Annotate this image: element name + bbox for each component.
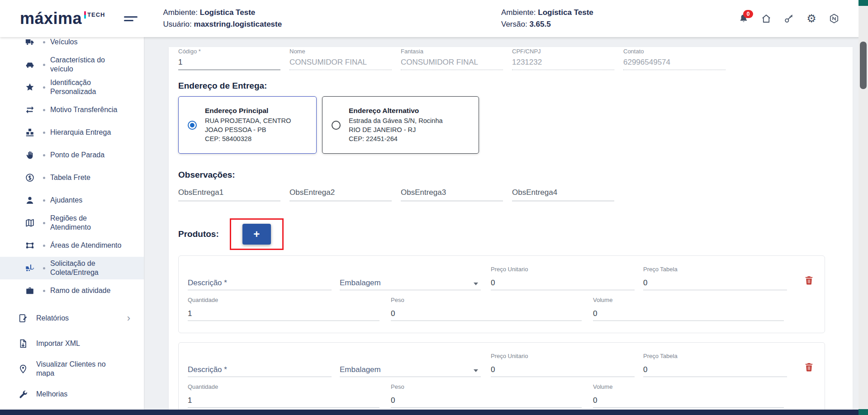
address-text: Endereço Alternativo Estrada da Gávea S/… <box>349 107 443 143</box>
observacoes-heading: Observações: <box>178 170 843 180</box>
quantidade-value: 1 <box>188 309 192 318</box>
descricao-input[interactable]: Descrição * <box>188 266 332 290</box>
produtos-header-row: Produtos: + <box>178 218 843 250</box>
bullet-dot <box>43 41 45 43</box>
delete-product-button[interactable] <box>803 275 815 287</box>
obs-entrega-2-input[interactable]: ObsEntrega2 <box>289 188 392 201</box>
trash-icon <box>804 362 814 372</box>
notifications-button[interactable]: 0 <box>738 13 749 24</box>
codigo-value[interactable]: 1 <box>178 58 280 70</box>
sidebar-item-importar-xml[interactable]: Importar XML <box>0 331 144 356</box>
address-line: RUA PROJETADA, CENTRO <box>205 116 291 125</box>
descricao-input[interactable]: Descrição * <box>188 353 332 377</box>
radio-selected-icon[interactable] <box>188 121 197 130</box>
codigo-label: Código * <box>178 48 280 55</box>
contato-field: Contato 62996549574 <box>623 48 726 70</box>
sidebar-item-solicitacao-coleta-entrega[interactable]: Solicitação de Coleta/Entrega <box>0 257 144 279</box>
radio-unselected-icon[interactable] <box>332 121 341 130</box>
notification-badge: 0 <box>743 10 753 18</box>
obs-entrega-3-input[interactable]: ObsEntrega3 <box>401 188 503 201</box>
preco-tabela-input[interactable]: Preço Tabela 0 <box>643 353 787 377</box>
preco-tabela-label: Preço Tabela <box>643 266 678 273</box>
address-text: Endereço Principal RUA PROJETADA, CENTRO… <box>205 107 291 143</box>
sidebar-item-melhorias[interactable]: Melhorias <box>0 382 144 407</box>
annotation-highlight-rectangle: + <box>230 218 284 250</box>
nome-field: Nome CONSUMIDOR FINAL <box>289 48 392 70</box>
peso-input[interactable]: Peso 0 <box>391 297 582 321</box>
endereco-principal-option[interactable]: Endereço Principal RUA PROJETADA, CENTRO… <box>178 96 317 154</box>
sidebar-item-label: Ramo de atividade <box>50 286 122 295</box>
volume-label: Volume <box>593 297 612 303</box>
peso-input[interactable]: Peso 0 <box>391 383 582 408</box>
preco-tabela-input[interactable]: Preço Tabela 0 <box>643 266 787 290</box>
page-scrollbar[interactable] <box>859 0 868 415</box>
preco-unitario-label: Preço Unitario <box>491 266 528 273</box>
sidebar-item-motivo-transferencia[interactable]: Motivo Transferência <box>0 99 144 121</box>
sidebar-item-hierarquia-entrega[interactable]: Hierarquia Entrega <box>0 121 144 144</box>
hexagon-logo-button[interactable] <box>828 13 840 24</box>
sidebar-item-label: Regiões de Atendimento <box>50 214 122 232</box>
sidebar-item-identificacao-personalizada[interactable]: Identificação Personalizada <box>0 76 144 99</box>
menu-toggle-button[interactable] <box>124 14 138 24</box>
obs-entrega-4-input[interactable]: ObsEntrega4 <box>512 188 614 201</box>
sidebar-item-tabela-frete[interactable]: Tabela Frete <box>0 166 144 189</box>
maxima-logo[interactable]: máxima TECH <box>20 10 105 27</box>
embalagem-select[interactable]: Embalagem <box>340 266 481 290</box>
home-button[interactable] <box>760 13 772 24</box>
obs-entrega-1-input[interactable]: ObsEntrega1 <box>178 188 280 201</box>
sidebar-secondary-nav: Relatórios › Importar XML Visualizar Cli… <box>0 306 144 407</box>
chevron-right-icon: › <box>127 312 130 324</box>
descricao-placeholder: Descrição * <box>188 365 227 374</box>
product-row-card-1: Descrição * Embalagem Preço Unitario 0 P… <box>178 255 825 333</box>
sidebar-item-ponto-de-parada[interactable]: Ponto de Parada <box>0 144 144 166</box>
wrench-icon <box>17 389 29 400</box>
environment-info-right: Ambiente: Logística Teste Versão: 3.65.5 <box>501 7 593 30</box>
scrollbar-bottom-button[interactable] <box>859 409 868 415</box>
car-icon <box>24 59 36 70</box>
settings-button[interactable]: ⚙ <box>806 13 817 24</box>
cpf-cnpj-field: CPF/CNPJ 1231232 <box>512 48 614 70</box>
preco-unitario-input[interactable]: Preço Unitario 0 <box>491 266 635 290</box>
quantidade-input[interactable]: Quantidade 1 <box>188 297 379 321</box>
quantidade-input[interactable]: Quantidade 1 <box>188 383 379 408</box>
codigo-field[interactable]: Código * 1 <box>178 48 280 70</box>
produtos-heading: Produtos: <box>178 229 219 239</box>
access-keys-button[interactable] <box>783 13 795 24</box>
address-line: JOAO PESSOA - PB <box>205 125 291 134</box>
embalagem-select[interactable]: Embalagem <box>340 353 481 377</box>
endereco-alternativo-option[interactable]: Endereço Alternativo Estrada da Gávea S/… <box>322 96 479 154</box>
add-product-button[interactable]: + <box>242 224 271 245</box>
star-icon <box>24 82 36 93</box>
sidebar-item-areas-atendimento[interactable]: Áreas de Atendimento <box>0 234 144 257</box>
bullet-dot <box>43 177 45 179</box>
hexagon-logo-icon <box>829 13 840 24</box>
nome-value: CONSUMIDOR FINAL <box>289 58 392 70</box>
preco-unitario-input[interactable]: Preço Unitario 0 <box>491 353 635 377</box>
bullet-dot <box>43 245 45 247</box>
bullet-dot <box>43 199 45 202</box>
chevron-down-icon <box>474 283 478 285</box>
sidebar-item-label: Ponto de Parada <box>50 151 122 160</box>
sidebar-item-visualizar-clientes-mapa[interactable]: Visualizar Clientes no mapa <box>0 356 144 382</box>
sidebar-item-veiculos[interactable]: Veículos <box>0 37 144 53</box>
briefcase-icon <box>24 285 36 296</box>
volume-value: 0 <box>593 396 597 405</box>
address-line: CEP: 58400328 <box>205 134 291 143</box>
volume-input[interactable]: Volume 0 <box>593 383 784 408</box>
preco-tabela-value: 0 <box>643 365 647 374</box>
scrollbar-thumb[interactable] <box>860 42 867 89</box>
scrollbar-top-button[interactable] <box>859 0 868 6</box>
bullet-dot <box>43 132 45 134</box>
sidebar-item-regioes-atendimento[interactable]: Regiões de Atendimento <box>0 212 144 234</box>
usuario-value: maxstring.logisticateste <box>194 20 282 28</box>
preco-tabela-label: Preço Tabela <box>643 353 678 359</box>
sidebar-item-relatorios[interactable]: Relatórios › <box>0 306 144 331</box>
sidebar-item-ramo-atividade[interactable]: Ramo de atividade <box>0 279 144 302</box>
sidebar-item-caracteristica-veiculo[interactable]: Característica do veículo <box>0 53 144 76</box>
preco-unitario-label: Preço Unitario <box>491 353 528 359</box>
descricao-placeholder: Descrição * <box>188 278 227 288</box>
volume-input[interactable]: Volume 0 <box>593 297 784 321</box>
sidebar-item-ajudantes[interactable]: Ajudantes <box>0 189 144 212</box>
delete-product-button[interactable] <box>803 362 815 373</box>
address-line: CEP: 22451-264 <box>349 134 443 143</box>
